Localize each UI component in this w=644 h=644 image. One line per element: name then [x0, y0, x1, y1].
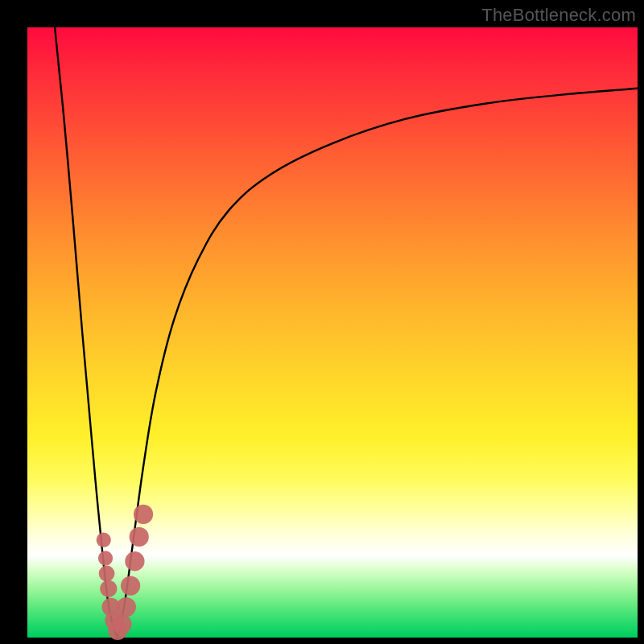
chart-overlay	[27, 27, 638, 638]
curve-right-branch	[118, 89, 638, 638]
data-markers	[97, 505, 153, 640]
curve-left-branch	[55, 27, 118, 638]
marker-point	[121, 576, 140, 595]
marker-point	[112, 614, 131, 634]
marker-point	[98, 551, 113, 565]
marker-point	[99, 566, 115, 582]
marker-point	[130, 527, 149, 547]
chart-frame: TheBottleneck.com	[0, 0, 644, 644]
marker-point	[100, 580, 117, 597]
marker-point	[117, 597, 136, 617]
marker-point	[97, 533, 111, 547]
watermark-text: TheBottleneck.com	[481, 5, 636, 26]
marker-point	[125, 551, 144, 571]
marker-point	[134, 505, 153, 524]
